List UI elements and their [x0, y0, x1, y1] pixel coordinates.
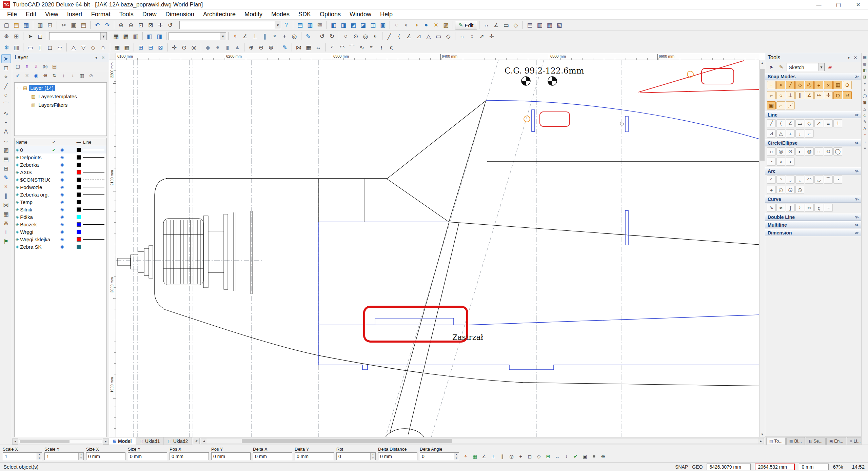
chevron-expand-icon[interactable]: ≫: [854, 230, 859, 235]
palette-menu-icon[interactable]: ▾: [845, 54, 852, 61]
chevron-down-icon[interactable]: ▼: [100, 33, 106, 40]
arc-3point-icon[interactable]: ◞: [786, 176, 795, 184]
color-swatch[interactable]: [77, 237, 81, 242]
measure-volume-icon[interactable]: ◇: [511, 20, 520, 30]
menu-format[interactable]: Format: [87, 10, 115, 19]
visibility-eye-icon[interactable]: ◉: [58, 155, 66, 160]
layer-row[interactable]: ◈AXIS◉: [15, 168, 106, 176]
tp-select-icon[interactable]: ➤: [767, 63, 776, 71]
solid-cylinder-icon[interactable]: ▮: [223, 43, 232, 52]
dock-m-icon[interactable]: ⌖: [862, 132, 867, 137]
ortho-mode-icon[interactable]: ⌖: [461, 452, 470, 460]
render-hidden-icon[interactable]: ◐: [402, 20, 411, 30]
tp-edit-icon[interactable]: ✎: [777, 63, 786, 71]
node-edit-icon[interactable]: ◻: [1, 63, 11, 72]
spinner-icon[interactable]: ▲▼: [37, 453, 42, 460]
line-poly-icon[interactable]: ⟨: [394, 32, 404, 41]
selection-info-icon[interactable]: ▥: [305, 20, 315, 30]
undo-icon[interactable]: ↶: [93, 20, 102, 30]
save-icon[interactable]: ▦: [21, 20, 31, 30]
sketch-pen-icon[interactable]: ✎: [280, 43, 290, 52]
visibility-eye-icon[interactable]: ◉: [58, 185, 66, 189]
edit-button[interactable]: ✎Edit: [455, 21, 477, 29]
section-header-double-line[interactable]: Double Line≫: [765, 213, 861, 221]
cube-right-icon[interactable]: ◨: [155, 32, 164, 41]
coord-x-field[interactable]: 6426,3079 mm: [707, 464, 751, 470]
sketch-dropdown[interactable]: Sketch▼: [787, 63, 825, 71]
box-tool-icon[interactable]: ◻: [45, 43, 55, 52]
section-header-dimension[interactable]: Dimension≫: [765, 229, 861, 236]
sheet-tab-model[interactable]: ⊞Model: [109, 437, 136, 445]
crosshair-icon[interactable]: ✛: [170, 43, 179, 52]
curve-tool-icon[interactable]: ∿: [1, 109, 11, 118]
dock-o-icon[interactable]: ≡: [862, 145, 867, 150]
visibility-eye-icon[interactable]: ◉: [58, 229, 66, 234]
layer-filter-icon[interactable]: ❋: [41, 72, 50, 80]
size-x-input[interactable]: 0 mm: [86, 452, 125, 460]
ellipse-arc-icon[interactable]: ◔: [767, 158, 776, 166]
snap-toggle-label[interactable]: SNAP: [675, 464, 688, 470]
chevron-expand-icon[interactable]: ≫: [854, 197, 859, 202]
scroll-left-icon[interactable]: ◂: [12, 438, 18, 445]
dimension-tool-icon[interactable]: ↔: [1, 137, 11, 145]
snap-ortho-icon[interactable]: ⌐: [767, 91, 776, 99]
coord-system-dropdown[interactable]: ▼: [169, 32, 226, 40]
layer-row[interactable]: ◈Zebra SK◉: [15, 243, 106, 250]
coord-y-field[interactable]: 2064,532 mm: [755, 464, 795, 470]
arc-tool-icon[interactable]: ⌒: [1, 100, 11, 109]
layer-row[interactable]: ◈Wręgi sklejka◉: [15, 236, 106, 243]
arc-top-icon[interactable]: ◠: [337, 43, 347, 52]
chevron-expand-icon[interactable]: ≫: [854, 112, 859, 117]
dock-g-icon[interactable]: ◯: [862, 94, 867, 99]
line-style-sample[interactable]: [83, 157, 104, 158]
menu-sdk[interactable]: SDK: [294, 10, 315, 19]
snap-toggle-icon[interactable]: ⌖: [231, 32, 240, 41]
layer-row[interactable]: ◈Silnik◉: [15, 206, 106, 213]
sheet-tab-układ1[interactable]: ▢Układ1: [136, 437, 164, 445]
circle-center-icon[interactable]: ○: [767, 147, 776, 156]
layer-tree-item[interactable]: ⊟▤Layer (14): [15, 84, 106, 92]
menu-window[interactable]: Window: [345, 10, 376, 19]
options-gear-icon[interactable]: ❋: [2, 32, 11, 41]
view-camera-icon[interactable]: ▣: [378, 20, 388, 30]
menu-file[interactable]: File: [3, 10, 21, 19]
mirror-icon[interactable]: ⋈: [294, 43, 303, 52]
column-name[interactable]: Name: [15, 140, 50, 145]
line-style-sample[interactable]: [83, 165, 104, 165]
section-header-snap-modes[interactable]: Snap Modes≫: [765, 73, 861, 80]
hscroll-thumb[interactable]: [242, 439, 452, 443]
snap-q-icon[interactable]: Q: [833, 91, 842, 99]
freeze-icon[interactable]: ❄: [2, 43, 11, 52]
scroll-down-icon[interactable]: ▼: [760, 431, 765, 437]
dock-k-icon[interactable]: ✎: [862, 119, 867, 124]
arc-cw-icon[interactable]: ◵: [776, 186, 785, 194]
table-mode-icon[interactable]: ⊞: [544, 452, 552, 460]
circle-ring-icon[interactable]: ◎: [189, 43, 199, 52]
center-snap-icon[interactable]: ◎: [290, 32, 299, 41]
layer-row[interactable]: ◈Zeberka◉: [15, 161, 106, 168]
view-front-icon[interactable]: ◨: [339, 20, 348, 30]
grid-toggle-icon[interactable]: ▦: [111, 32, 121, 41]
circle-center-icon[interactable]: ○: [341, 32, 351, 41]
zoom-out-icon[interactable]: ⊖: [126, 20, 136, 30]
snap-tangent-icon[interactable]: ○: [776, 91, 785, 99]
dock-c-icon[interactable]: ◧: [862, 68, 867, 73]
line-tool-icon[interactable]: ╱: [1, 82, 11, 90]
layer-row[interactable]: ◈Temp◉: [15, 198, 106, 206]
column-color[interactable]: —: [74, 140, 83, 145]
circle-tool-icon[interactable]: ○: [1, 91, 11, 100]
line-style-sample[interactable]: [83, 247, 104, 247]
grid-settings-icon[interactable]: ▩: [121, 32, 131, 41]
zoom-in-icon[interactable]: ⊕: [116, 20, 126, 30]
spinner-icon[interactable]: ▲▼: [370, 453, 375, 460]
fit-height-icon[interactable]: ↕: [467, 32, 477, 41]
hatch-tool-icon[interactable]: ▨: [1, 146, 11, 155]
visibility-eye-icon[interactable]: ◉: [58, 192, 66, 197]
list-mode-icon[interactable]: ≡: [590, 452, 598, 460]
scroll-right-icon[interactable]: ►: [758, 438, 764, 444]
cut-icon[interactable]: ✂: [59, 20, 68, 30]
circle-dot-icon[interactable]: ⊙: [179, 43, 189, 52]
bool-union-icon[interactable]: ⊕: [246, 43, 256, 52]
move-down-icon[interactable]: ↓: [68, 72, 77, 80]
circle-center-point-icon[interactable]: ⊙: [786, 147, 795, 156]
